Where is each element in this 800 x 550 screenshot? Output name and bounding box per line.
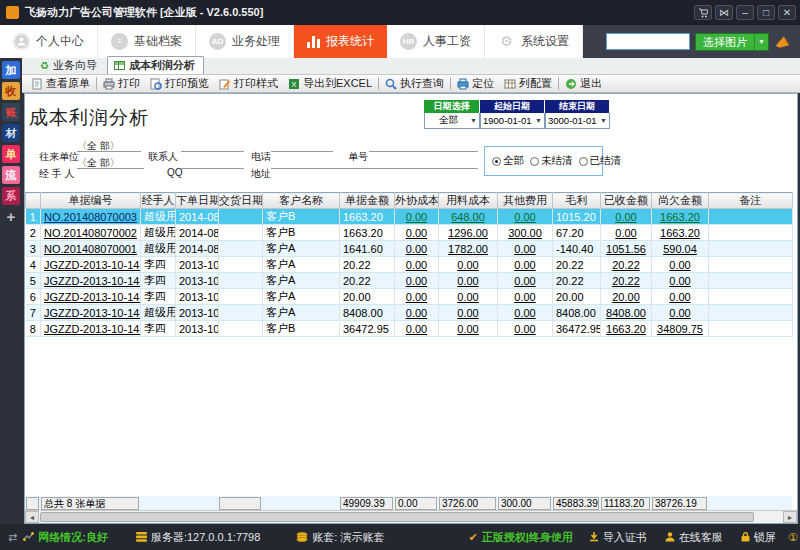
run-query-button[interactable]: 执行查询 [380,76,449,91]
tab-cost-profit-analysis[interactable]: 成本利润分析 [107,56,204,74]
sync-arrows-icon[interactable]: ⇄ [8,531,17,544]
contact-person-field[interactable] [181,139,244,152]
chevron-down-icon[interactable]: ▼ [755,38,768,45]
sidebar-item-system[interactable]: 系 [2,187,20,205]
nav-tab-basic-archives[interactable]: ≡ 基础档案 [98,25,196,58]
table-row[interactable]: 7JGZZD-2013-10-14-004超级用2013-10-1客户A8408… [26,305,793,321]
print-button[interactable]: 打印 [98,76,145,91]
phone-field[interactable] [271,139,333,152]
nav-tab-reports[interactable]: 报表统计 [294,25,387,58]
column-header[interactable]: 毛利 [553,193,601,209]
cell-outsource-cost[interactable]: 0.00 [395,321,439,337]
locate-button[interactable]: 定位 [452,76,499,91]
scrollbar-thumb[interactable] [40,512,754,522]
table-row[interactable]: 8JGZZD-2013-10-14-002李四2013-10-1客户B36472… [26,321,793,337]
scroll-left-icon[interactable]: ◂ [25,511,39,523]
cell-outsource-cost[interactable]: 0.00 [395,273,439,289]
table-row[interactable]: 2NO.201408070002超级用2014-08-0客户B1663.200.… [26,225,793,241]
column-header[interactable]: 交货日期 [219,193,263,209]
cell-other-cost[interactable]: 0.00 [498,241,553,257]
print-style-button[interactable]: 打印样式 [214,76,283,91]
cell-owed[interactable]: 1663.20 [652,225,709,241]
cell-received[interactable]: 1663.20 [601,321,652,337]
import-cert-button[interactable]: 导入证书 [589,530,647,545]
cell-material-cost[interactable]: 0.00 [439,305,498,321]
minimize-button[interactable]: – [736,5,754,20]
sidebar-item-flow[interactable]: 流 [2,166,20,184]
sidebar-item-order[interactable]: 单 [2,145,20,163]
cell-owed[interactable]: 0.00 [652,273,709,289]
nav-tab-personal-center[interactable]: 个人中心 [0,25,98,58]
cell-outsource-cost[interactable]: 0.00 [395,289,439,305]
cell-owed[interactable]: 34809.75 [652,321,709,337]
lock-screen-button[interactable]: 锁屏 [741,530,776,545]
sidebar-item-account[interactable]: 账 [2,103,20,121]
online-service-button[interactable]: 在线客服 [665,530,723,545]
table-row[interactable]: 5JGZZD-2013-10-14-008李四2013-10-1客户A20.22… [26,273,793,289]
cell-order-id[interactable]: NO.201408070001 [41,241,141,257]
table-row[interactable]: 1NO.201408070003超级用2014-08-0客户B1663.200.… [26,209,793,225]
order-no-field[interactable] [369,139,478,152]
cell-outsource-cost[interactable]: 0.00 [395,241,439,257]
address-field[interactable] [271,156,478,169]
cell-other-cost[interactable]: 0.00 [498,289,553,305]
sidebar-item-receive[interactable]: 收 [2,82,20,100]
table-row[interactable]: 6JGZZD-2013-10-14-007李四2013-10-1客户A20.00… [26,289,793,305]
cell-received[interactable]: 20.00 [601,289,652,305]
sidebar-item-add[interactable]: 加 [2,61,20,79]
column-header[interactable]: 已收金额 [601,193,652,209]
cell-outsource-cost[interactable]: 0.00 [395,257,439,273]
cell-order-id[interactable]: JGZZD-2013-10-14-008 [41,273,141,289]
cell-order-id[interactable]: JGZZD-2013-10-14-004 [41,305,141,321]
view-original-button[interactable]: 查看原单 [26,76,95,91]
cell-outsource-cost[interactable]: 0.00 [395,225,439,241]
sidebar-add-button[interactable]: + [2,208,20,226]
table-row[interactable]: 4JGZZD-2013-10-14-009李四2013-10-1客户A20.22… [26,257,793,273]
cell-owed[interactable]: 0.00 [652,257,709,273]
cell-order-id[interactable]: NO.201408070002 [41,225,141,241]
cell-outsource-cost[interactable]: 0.00 [395,209,439,225]
column-header[interactable]: 客户名称 [263,193,340,209]
scroll-right-icon[interactable]: ▸ [783,511,797,523]
cell-owed[interactable]: 0.00 [652,305,709,321]
column-header[interactable]: 用料成本 [439,193,498,209]
cell-received[interactable]: 20.22 [601,273,652,289]
column-header[interactable]: 尚欠金额 [652,193,709,209]
column-header[interactable]: 经手人 [141,193,176,209]
export-excel-button[interactable]: X 导出到EXCEL [283,76,377,91]
date-range-select[interactable]: 全部▼ [424,113,480,129]
skin-icon[interactable]: ⋈ [715,5,733,20]
cell-order-id[interactable]: JGZZD-2013-10-14-009 [41,257,141,273]
column-header[interactable] [26,193,41,209]
cart-icon[interactable] [694,5,712,20]
cell-order-id[interactable]: JGZZD-2013-10-14-002 [41,321,141,337]
cell-owed[interactable]: 0.00 [652,289,709,305]
cell-other-cost[interactable]: 0.00 [498,273,553,289]
select-image-button[interactable]: 选择图片 ▼ [695,33,769,51]
radio-settled[interactable]: 已结清 [579,154,622,168]
horizontal-scrollbar[interactable]: ◂ ▸ [25,510,797,523]
cell-received[interactable]: 8408.00 [601,305,652,321]
cell-other-cost[interactable]: 300.00 [498,225,553,241]
qq-field[interactable] [181,156,244,169]
cell-other-cost[interactable]: 0.00 [498,209,553,225]
exit-button[interactable]: 退出 [560,76,607,91]
column-header[interactable]: 外协成本 [395,193,439,209]
cell-material-cost[interactable]: 648.00 [439,209,498,225]
cell-outsource-cost[interactable]: 0.00 [395,305,439,321]
cell-material-cost[interactable]: 0.00 [439,273,498,289]
cell-order-id[interactable]: JGZZD-2013-10-14-007 [41,289,141,305]
maximize-button[interactable]: □ [757,5,775,20]
cell-received[interactable]: 0.00 [601,209,652,225]
cell-other-cost[interactable]: 0.00 [498,257,553,273]
cell-owed[interactable]: 1663.20 [652,209,709,225]
megaphone-icon[interactable] [772,33,791,51]
handler-field[interactable]: 〈全 部〉 [77,156,144,169]
column-header[interactable]: 其他费用 [498,193,553,209]
cell-other-cost[interactable]: 0.00 [498,321,553,337]
cell-received[interactable]: 20.22 [601,257,652,273]
sidebar-item-material[interactable]: 材 [2,124,20,142]
cell-material-cost[interactable]: 1296.00 [439,225,498,241]
radio-unsettled[interactable]: 未结清 [530,154,573,168]
nav-tab-system-settings[interactable]: ⚙ 系统设置 [485,25,583,58]
